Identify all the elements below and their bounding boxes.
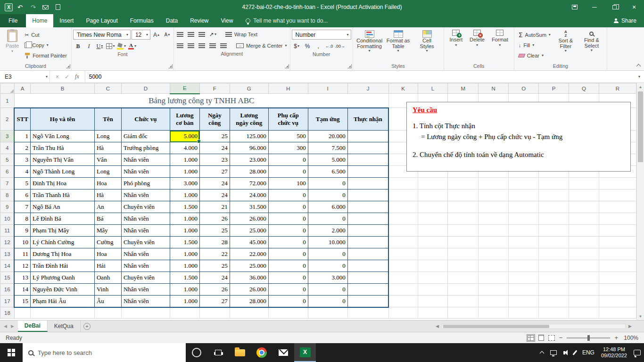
- vertical-scroll-track[interactable]: [637, 90, 644, 313]
- cell[interactable]: [388, 284, 418, 296]
- cell[interactable]: Đinh Thị Hoa: [31, 178, 95, 189]
- cell[interactable]: [388, 307, 418, 319]
- cell[interactable]: Nhân viên: [121, 166, 170, 178]
- table-header-cell[interactable]: Chức vụ: [121, 108, 170, 131]
- zoom-slider[interactable]: [567, 337, 610, 338]
- cell[interactable]: Hoa: [94, 178, 121, 189]
- cell[interactable]: [479, 284, 509, 296]
- cell[interactable]: 25.000: [230, 225, 268, 237]
- new-sheet-button[interactable]: +: [81, 321, 94, 332]
- cell[interactable]: [539, 213, 569, 225]
- scroll-right-arrow[interactable]: ▶: [627, 324, 634, 329]
- sheet-tab-navigation[interactable]: ◀ ▶: [0, 321, 18, 332]
- cell[interactable]: [347, 225, 388, 237]
- column-header-A[interactable]: A: [14, 83, 30, 94]
- zoom-percentage[interactable]: 100%: [622, 335, 638, 341]
- font-dialog-launcher[interactable]: [168, 64, 173, 68]
- cell[interactable]: Nhân viên: [121, 225, 170, 237]
- share-button[interactable]: Share: [606, 14, 644, 27]
- file-tab[interactable]: File: [0, 14, 26, 27]
- column-header-R[interactable]: R: [599, 83, 636, 94]
- cell[interactable]: [448, 189, 479, 201]
- cell[interactable]: 24.000: [230, 189, 268, 201]
- cell[interactable]: [388, 248, 418, 260]
- cell[interactable]: [479, 201, 509, 213]
- cell[interactable]: Hoa: [94, 248, 121, 260]
- column-header-N[interactable]: N: [479, 83, 509, 94]
- row-header-7[interactable]: 7: [0, 178, 15, 189]
- cell[interactable]: Lê Đình Bá: [31, 213, 95, 225]
- cell[interactable]: [599, 307, 636, 319]
- table-header-cell[interactable]: Lương cơ bản: [170, 108, 199, 131]
- cell[interactable]: 1.000: [170, 248, 199, 260]
- cell[interactable]: 1.000: [170, 154, 199, 166]
- sheet-tab-ketqua[interactable]: KetQua: [48, 321, 81, 332]
- cell[interactable]: Trần Đình Hải: [31, 260, 95, 272]
- cell[interactable]: 24: [199, 142, 230, 154]
- cell[interactable]: 0: [268, 201, 308, 213]
- zoom-out-button[interactable]: −: [559, 334, 563, 341]
- cell[interactable]: [509, 296, 539, 307]
- cell[interactable]: [347, 260, 388, 272]
- email-button[interactable]: [40, 1, 51, 13]
- page-layout-view-button[interactable]: [538, 335, 544, 341]
- requirements-textbox[interactable]: Yêu cầu 1. Tính cột Thực nhận = Lương ng…: [406, 102, 631, 172]
- cell[interactable]: 12: [14, 260, 30, 272]
- cell[interactable]: [569, 296, 599, 307]
- cell[interactable]: [418, 225, 448, 237]
- cell[interactable]: Lý Chính Cường: [31, 237, 95, 248]
- cell[interactable]: [569, 201, 599, 213]
- cell[interactable]: [539, 237, 569, 248]
- cell-styles-button[interactable]: CellStyles▾: [413, 29, 441, 63]
- cell[interactable]: [569, 189, 599, 201]
- cell[interactable]: 2.000: [308, 225, 347, 237]
- font-size-combo[interactable]: 12▾: [132, 30, 150, 40]
- cell[interactable]: [388, 296, 418, 307]
- cell[interactable]: [539, 307, 569, 319]
- table-header-cell[interactable]: Tên: [94, 108, 121, 131]
- cell-E3[interactable]: 5.000: [170, 131, 199, 142]
- cell[interactable]: [599, 284, 636, 296]
- cell[interactable]: [347, 178, 388, 189]
- cell[interactable]: Cường: [94, 237, 121, 248]
- cell[interactable]: 26: [199, 284, 230, 296]
- cell[interactable]: [479, 237, 509, 248]
- decrease-indent-button[interactable]: [208, 41, 218, 50]
- cell[interactable]: 4.000: [170, 142, 199, 154]
- action-center-button[interactable]: [630, 343, 644, 362]
- cell[interactable]: [479, 260, 509, 272]
- find-select-button[interactable]: Find &Select▾: [579, 29, 604, 63]
- page-break-view-button[interactable]: [548, 335, 555, 341]
- increase-decimal-button[interactable]: ←.0: [324, 41, 334, 51]
- cell[interactable]: 1.000: [170, 166, 199, 178]
- delete-cells-button[interactable]: Delete▾: [467, 29, 487, 63]
- hidden-icons-button[interactable]: [537, 343, 547, 362]
- cell[interactable]: 22.000: [230, 248, 268, 260]
- cell[interactable]: 11: [14, 248, 30, 260]
- tell-me-box[interactable]: Tell me what you want to do...: [246, 14, 328, 27]
- horizontal-scrollbar[interactable]: ◀ ▶: [432, 321, 636, 332]
- cell[interactable]: [347, 166, 388, 178]
- cell[interactable]: [509, 189, 539, 201]
- column-header-O[interactable]: O: [509, 83, 539, 94]
- cell[interactable]: [479, 248, 509, 260]
- cell[interactable]: [569, 272, 599, 284]
- column-header-J[interactable]: J: [347, 83, 388, 94]
- cell[interactable]: Ngô Văn Long: [31, 131, 95, 142]
- accounting-format-button[interactable]: $▾: [292, 41, 302, 51]
- cell[interactable]: Trần Thu Hà: [31, 142, 95, 154]
- percent-style-button[interactable]: %: [303, 41, 313, 51]
- fill-color-button[interactable]: ▾: [116, 41, 126, 51]
- cell[interactable]: [347, 307, 388, 319]
- zoom-slider-thumb[interactable]: [587, 335, 590, 341]
- clear-button[interactable]: Clear▾: [517, 51, 552, 60]
- cell[interactable]: [599, 248, 636, 260]
- cell[interactable]: 25: [199, 260, 230, 272]
- cell[interactable]: 0: [308, 248, 347, 260]
- cell[interactable]: 1.000: [170, 213, 199, 225]
- column-header-C[interactable]: C: [94, 83, 121, 94]
- vertical-scroll-thumb[interactable]: [638, 91, 643, 162]
- cell[interactable]: 0: [308, 178, 347, 189]
- cell[interactable]: 0: [308, 189, 347, 201]
- cell[interactable]: 1: [14, 131, 30, 142]
